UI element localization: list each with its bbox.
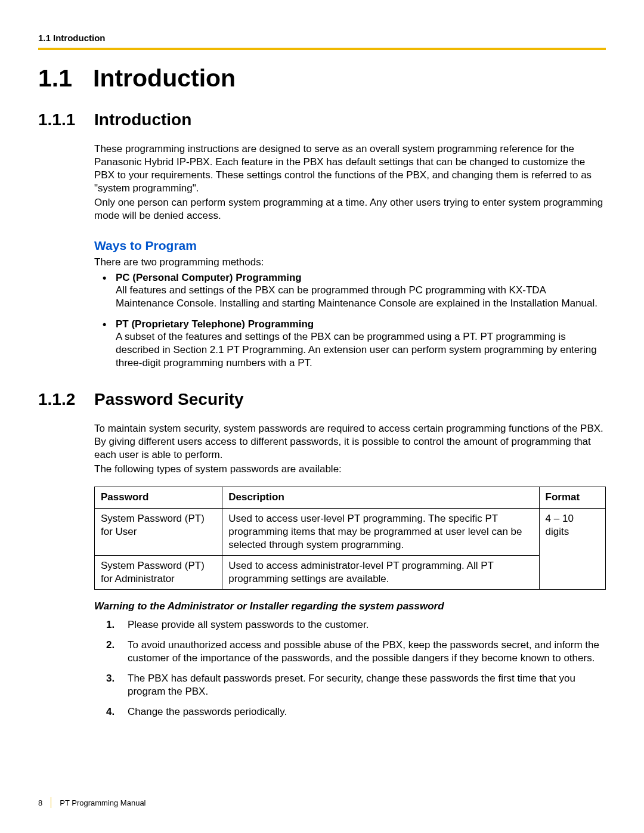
subsection-number: 1.1.2 bbox=[38, 390, 94, 409]
subsection-title: Password Security bbox=[94, 390, 244, 409]
warning-list: 1. Please provide all system passwords t… bbox=[94, 618, 606, 719]
paragraph: To maintain system security, system pass… bbox=[94, 422, 606, 462]
table-cell: Used to access user-level PT programming… bbox=[222, 508, 539, 555]
header-rule bbox=[38, 48, 606, 50]
bullet-body: All features and settings of the PBX can… bbox=[116, 284, 606, 310]
footer-separator bbox=[51, 797, 51, 808]
list-item: PT (Proprietary Telephone) Programming A… bbox=[94, 318, 606, 370]
list-item: 2. To avoid unauthorized access and poss… bbox=[94, 639, 606, 665]
bullet-body: A subset of the features and settings of… bbox=[116, 330, 606, 370]
document-page: 1.1 Introduction 1.1 Introduction 1.1.1 … bbox=[0, 0, 644, 833]
section-title: Introduction bbox=[93, 64, 236, 92]
programming-methods-list: PC (Personal Computer) Programming All f… bbox=[94, 272, 606, 370]
table-cell: System Password (PT) for Administrator bbox=[95, 555, 222, 589]
table-cell: System Password (PT) for User bbox=[95, 508, 222, 555]
page-number: 8 bbox=[38, 798, 51, 807]
table-cell: Used to access administrator-level PT pr… bbox=[222, 555, 539, 589]
footer-title: PT Programming Manual bbox=[60, 798, 145, 807]
list-number: 2. bbox=[106, 639, 114, 652]
subsection-heading: 1.1.1 Introduction bbox=[38, 110, 606, 129]
table-row: System Password (PT) for Administrator U… bbox=[95, 555, 606, 589]
list-number: 3. bbox=[106, 672, 114, 685]
subsection-title: Introduction bbox=[94, 110, 191, 129]
paragraph: These programming instructions are desig… bbox=[94, 143, 606, 195]
section-number: 1.1 bbox=[38, 64, 93, 92]
paragraph: The following types of system passwords … bbox=[94, 463, 606, 476]
bullet-title: PC (Personal Computer) Programming bbox=[116, 272, 606, 284]
table-row: System Password (PT) for User Used to ac… bbox=[95, 508, 606, 555]
list-text: Change the passwords periodically. bbox=[128, 706, 287, 717]
list-item: 3. The PBX has default passwords preset.… bbox=[94, 672, 606, 698]
table-header: Format bbox=[539, 487, 605, 508]
subsection-heading: 1.1.2 Password Security bbox=[38, 390, 606, 409]
page-footer: 8 PT Programming Manual bbox=[38, 797, 146, 808]
password-table: Password Description Format System Passw… bbox=[94, 487, 606, 590]
list-text: To avoid unauthorized access and possibl… bbox=[128, 639, 599, 664]
running-header: 1.1 Introduction bbox=[38, 33, 606, 43]
table-header: Password bbox=[95, 487, 222, 508]
list-item: PC (Personal Computer) Programming All f… bbox=[94, 272, 606, 310]
section-heading: 1.1 Introduction bbox=[38, 64, 606, 92]
warning-heading: Warning to the Administrator or Installe… bbox=[94, 600, 606, 612]
paragraph: Only one person can perform system progr… bbox=[94, 196, 606, 222]
list-text: The PBX has default passwords preset. Fo… bbox=[128, 673, 575, 697]
subsection-number: 1.1.1 bbox=[38, 110, 94, 129]
subsection-body: These programming instructions are desig… bbox=[94, 143, 606, 370]
table-header: Description bbox=[222, 487, 539, 508]
ways-intro: There are two programming methods: bbox=[94, 256, 606, 268]
ways-to-program-heading: Ways to Program bbox=[94, 239, 606, 253]
list-number: 1. bbox=[106, 618, 114, 631]
subsection-body: To maintain system security, system pass… bbox=[94, 422, 606, 719]
list-number: 4. bbox=[106, 705, 114, 719]
table-cell: 4 – 10 digits bbox=[539, 508, 605, 589]
list-item: 4. Change the passwords periodically. bbox=[94, 705, 606, 719]
bullet-title: PT (Proprietary Telephone) Programming bbox=[116, 318, 606, 330]
table-header-row: Password Description Format bbox=[95, 487, 606, 508]
list-item: 1. Please provide all system passwords t… bbox=[94, 618, 606, 631]
list-text: Please provide all system passwords to t… bbox=[128, 619, 369, 630]
